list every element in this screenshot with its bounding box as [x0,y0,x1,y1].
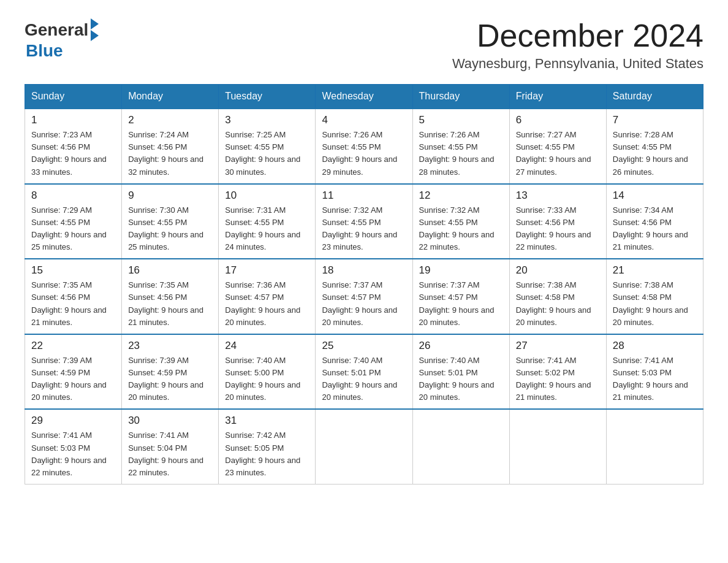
header-sunday: Sunday [25,85,122,109]
calendar-table: Sunday Monday Tuesday Wednesday Thursday… [25,84,703,484]
title-area: December 2024 Waynesburg, Pennsylvania, … [452,18,703,72]
day-number: 30 [128,415,212,427]
month-title: December 2024 [452,18,703,53]
day-number: 27 [516,340,600,352]
calendar-cell: 25 Sunrise: 7:40 AMSunset: 5:01 PMDaylig… [316,334,412,410]
calendar-cell: 12 Sunrise: 7:32 AMSunset: 4:55 PMDaylig… [412,184,509,259]
day-number: 29 [31,415,115,427]
day-number: 17 [225,264,309,277]
calendar-cell: 11 Sunrise: 7:32 AMSunset: 4:55 PMDaylig… [316,184,412,259]
calendar-cell: 27 Sunrise: 7:41 AMSunset: 5:02 PMDaylig… [509,334,606,410]
header-wednesday: Wednesday [316,85,412,109]
day-number: 11 [322,190,406,202]
day-info: Sunrise: 7:35 AMSunset: 4:56 PMDaylight:… [31,279,115,329]
day-number: 22 [31,340,115,352]
calendar-cell: 19 Sunrise: 7:37 AMSunset: 4:57 PMDaylig… [412,259,509,334]
calendar-cell: 29 Sunrise: 7:41 AMSunset: 5:03 PMDaylig… [25,409,122,484]
calendar-cell: 18 Sunrise: 7:37 AMSunset: 4:57 PMDaylig… [316,259,412,334]
day-info: Sunrise: 7:37 AMSunset: 4:57 PMDaylight:… [322,279,406,329]
header-saturday: Saturday [606,85,703,109]
calendar-week-row-1: 1 Sunrise: 7:23 AMSunset: 4:56 PMDayligh… [25,109,703,184]
day-number: 18 [322,264,406,277]
day-info: Sunrise: 7:26 AMSunset: 4:55 PMDaylight:… [419,129,503,178]
calendar-cell: 7 Sunrise: 7:28 AMSunset: 4:55 PMDayligh… [606,109,703,184]
day-number: 16 [128,264,212,277]
day-number: 26 [419,340,503,352]
day-info: Sunrise: 7:42 AMSunset: 5:05 PMDaylight:… [225,429,309,479]
day-number: 7 [613,114,697,126]
day-info: Sunrise: 7:29 AMSunset: 4:55 PMDaylight:… [31,204,115,254]
day-info: Sunrise: 7:31 AMSunset: 4:55 PMDaylight:… [225,204,309,254]
day-info: Sunrise: 7:26 AMSunset: 4:55 PMDaylight:… [322,129,406,178]
calendar-cell [316,409,412,484]
day-info: Sunrise: 7:25 AMSunset: 4:55 PMDaylight:… [225,129,309,178]
calendar-cell: 30 Sunrise: 7:41 AMSunset: 5:04 PMDaylig… [122,409,219,484]
day-info: Sunrise: 7:23 AMSunset: 4:56 PMDaylight:… [31,129,115,178]
day-info: Sunrise: 7:41 AMSunset: 5:04 PMDaylight:… [128,429,212,479]
day-number: 6 [516,114,600,126]
calendar-week-row-4: 22 Sunrise: 7:39 AMSunset: 4:59 PMDaylig… [25,334,703,410]
calendar-week-row-2: 8 Sunrise: 7:29 AMSunset: 4:55 PMDayligh… [25,184,703,259]
day-info: Sunrise: 7:32 AMSunset: 4:55 PMDaylight:… [419,204,503,254]
day-info: Sunrise: 7:28 AMSunset: 4:55 PMDaylight:… [613,129,697,178]
day-info: Sunrise: 7:41 AMSunset: 5:03 PMDaylight:… [613,354,697,404]
day-number: 10 [225,190,309,202]
calendar-cell: 23 Sunrise: 7:39 AMSunset: 4:59 PMDaylig… [122,334,219,410]
calendar-cell: 22 Sunrise: 7:39 AMSunset: 4:59 PMDaylig… [25,334,122,410]
calendar-cell: 24 Sunrise: 7:40 AMSunset: 5:00 PMDaylig… [219,334,316,410]
logo-blue-text: Blue [25,41,63,61]
calendar-cell: 31 Sunrise: 7:42 AMSunset: 5:05 PMDaylig… [219,409,316,484]
logo-icon [91,18,99,41]
calendar-cell: 1 Sunrise: 7:23 AMSunset: 4:56 PMDayligh… [25,109,122,184]
day-number: 5 [419,114,503,126]
day-number: 14 [613,190,697,202]
logo-general-text: General [25,20,88,40]
day-number: 4 [322,114,406,126]
day-info: Sunrise: 7:30 AMSunset: 4:55 PMDaylight:… [128,204,212,254]
day-number: 20 [516,264,600,277]
day-info: Sunrise: 7:39 AMSunset: 4:59 PMDaylight:… [31,354,115,404]
calendar-week-row-3: 15 Sunrise: 7:35 AMSunset: 4:56 PMDaylig… [25,259,703,334]
calendar-week-row-5: 29 Sunrise: 7:41 AMSunset: 5:03 PMDaylig… [25,409,703,484]
calendar-cell: 8 Sunrise: 7:29 AMSunset: 4:55 PMDayligh… [25,184,122,259]
day-number: 21 [613,264,697,277]
calendar-cell: 3 Sunrise: 7:25 AMSunset: 4:55 PMDayligh… [219,109,316,184]
day-info: Sunrise: 7:34 AMSunset: 4:56 PMDaylight:… [613,204,697,254]
calendar-cell: 16 Sunrise: 7:35 AMSunset: 4:56 PMDaylig… [122,259,219,334]
calendar-header-row: Sunday Monday Tuesday Wednesday Thursday… [25,85,703,109]
day-number: 12 [419,190,503,202]
calendar-cell: 26 Sunrise: 7:40 AMSunset: 5:01 PMDaylig… [412,334,509,410]
calendar-cell: 9 Sunrise: 7:30 AMSunset: 4:55 PMDayligh… [122,184,219,259]
day-number: 15 [31,264,115,277]
header-tuesday: Tuesday [219,85,316,109]
calendar-cell [606,409,703,484]
day-number: 1 [31,114,115,126]
calendar-cell [509,409,606,484]
day-number: 2 [128,114,212,126]
day-info: Sunrise: 7:41 AMSunset: 5:03 PMDaylight:… [31,429,115,479]
day-number: 31 [225,415,309,427]
day-info: Sunrise: 7:40 AMSunset: 5:01 PMDaylight:… [322,354,406,404]
calendar-cell: 10 Sunrise: 7:31 AMSunset: 4:55 PMDaylig… [219,184,316,259]
header-monday: Monday [122,85,219,109]
calendar-cell: 13 Sunrise: 7:33 AMSunset: 4:56 PMDaylig… [509,184,606,259]
header-thursday: Thursday [412,85,509,109]
day-info: Sunrise: 7:38 AMSunset: 4:58 PMDaylight:… [613,279,697,329]
day-info: Sunrise: 7:27 AMSunset: 4:55 PMDaylight:… [516,129,600,178]
day-info: Sunrise: 7:37 AMSunset: 4:57 PMDaylight:… [419,279,503,329]
calendar-cell: 14 Sunrise: 7:34 AMSunset: 4:56 PMDaylig… [606,184,703,259]
page-header: General Blue December 2024 Waynesburg, P… [25,18,703,72]
day-info: Sunrise: 7:40 AMSunset: 5:01 PMDaylight:… [419,354,503,404]
day-info: Sunrise: 7:32 AMSunset: 4:55 PMDaylight:… [322,204,406,254]
calendar-cell: 17 Sunrise: 7:36 AMSunset: 4:57 PMDaylig… [219,259,316,334]
calendar-cell: 4 Sunrise: 7:26 AMSunset: 4:55 PMDayligh… [316,109,412,184]
day-number: 19 [419,264,503,277]
header-friday: Friday [509,85,606,109]
day-number: 23 [128,340,212,352]
day-info: Sunrise: 7:33 AMSunset: 4:56 PMDaylight:… [516,204,600,254]
day-info: Sunrise: 7:40 AMSunset: 5:00 PMDaylight:… [225,354,309,404]
day-number: 9 [128,190,212,202]
day-info: Sunrise: 7:41 AMSunset: 5:02 PMDaylight:… [516,354,600,404]
calendar-cell: 5 Sunrise: 7:26 AMSunset: 4:55 PMDayligh… [412,109,509,184]
calendar-cell: 28 Sunrise: 7:41 AMSunset: 5:03 PMDaylig… [606,334,703,410]
